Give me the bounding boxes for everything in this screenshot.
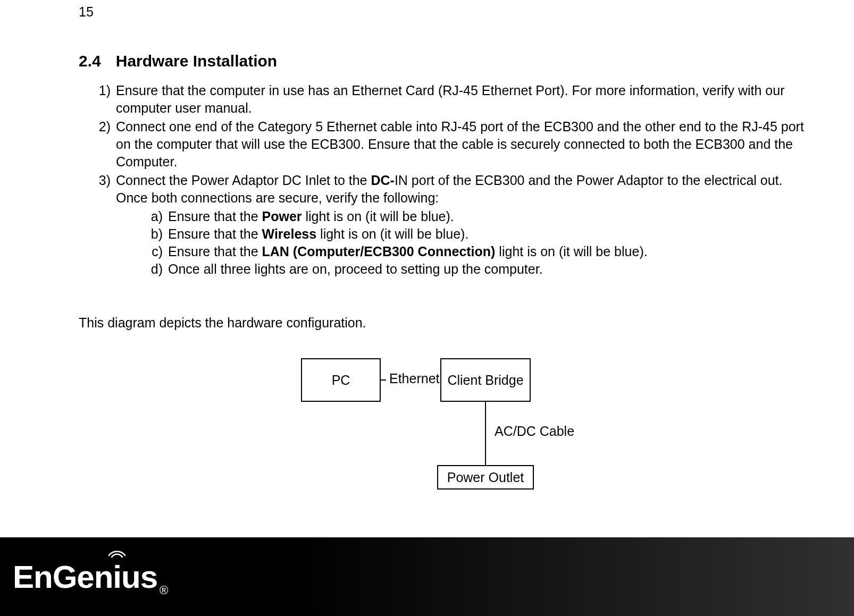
substep-c: c) Ensure that the LAN (Computer/ECB300 … [145,243,813,260]
step-1: 1) Ensure that the computer in use has a… [89,82,813,117]
step-3: 3) Connect the Power Adaptor DC Inlet to… [89,172,813,278]
page-number: 15 [79,4,94,20]
step-marker: 2) [89,118,111,136]
substep-text: Ensure that the Wireless light is on (it… [168,226,468,241]
step-2: 2) Connect one end of the Category 5 Eth… [89,118,813,171]
section-heading: 2.4Hardware Installation [79,52,813,70]
substep-marker: b) [145,225,163,243]
section-title: Hardware Installation [116,52,277,70]
substep-a: a) Ensure that the Power light is on (it… [145,208,813,225]
page-content: 2.4Hardware Installation 1) Ensure that … [79,52,813,543]
diagram-label-ethernet: Ethernet [386,371,443,386]
diagram-box-pc: PC [301,358,381,402]
substep-text: Once all three lights are on, proceed to… [168,261,543,276]
document-page: 15 2.4Hardware Installation 1) Ensure th… [0,0,854,616]
hardware-diagram: PC Ethernet Client Bridge AC/DC Cable Po… [79,352,813,543]
wifi-icon [108,547,126,559]
step-text: Connect one end of the Category 5 Ethern… [116,119,804,169]
diagram-label-acdc: AC/DC Cable [491,424,577,439]
page-footer: EnGeni us® [0,537,854,616]
substep-marker: a) [145,208,163,225]
section-number: 2.4 [79,52,101,70]
step-marker: 1) [89,82,111,99]
registered-mark: ® [160,584,168,597]
substep-list: a) Ensure that the Power light is on (it… [116,208,813,278]
logo-text: EnGeni us [13,559,157,595]
diagram-line-acdc [485,402,486,465]
substep-text: Ensure that the Power light is on (it wi… [168,209,454,224]
step-marker: 3) [89,172,111,189]
diagram-box-power-outlet: Power Outlet [437,465,534,490]
step-text: Ensure that the computer in use has an E… [116,83,785,115]
substep-text: Ensure that the LAN (Computer/ECB300 Con… [168,244,648,259]
diagram-box-client-bridge: Client Bridge [440,358,531,402]
substep-d: d) Once all three lights are on, proceed… [145,260,813,278]
engenius-logo: EnGeni us® [13,559,168,595]
substep-marker: c) [145,243,163,260]
diagram-caption: This diagram depicts the hardware config… [79,315,813,331]
instruction-list: 1) Ensure that the computer in use has a… [79,82,813,278]
step-text: Connect the Power Adaptor DC Inlet to th… [116,173,783,205]
substep-b: b) Ensure that the Wireless light is on … [145,225,813,243]
substep-marker: d) [145,260,163,278]
